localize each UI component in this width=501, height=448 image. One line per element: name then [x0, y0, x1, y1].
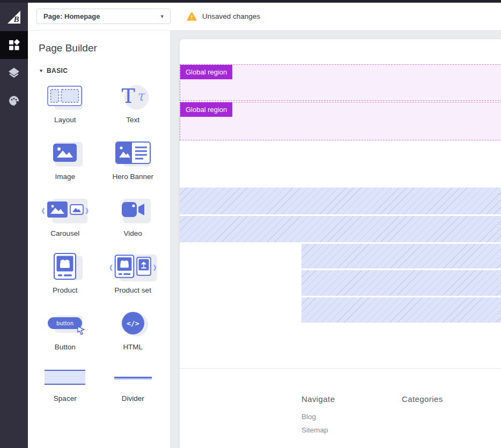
widget-tiles-grid: Layout Tτ Text Image [28, 81, 170, 402]
button-icon: button [48, 317, 82, 329]
footer-column-navigate: Navigate Blog Sitemap [301, 394, 402, 434]
widget-tile-text[interactable]: Tτ Text [99, 81, 167, 124]
page-select-dropdown[interactable]: Page: Homepage ▾ [36, 9, 171, 24]
chevron-left-icon: ‹ [41, 202, 45, 217]
widget-tile-video[interactable]: Video [99, 195, 167, 237]
footer-heading: Categories [402, 394, 443, 404]
widget-tile-product-set[interactable]: ‹ › [99, 251, 167, 294]
widget-tile-button[interactable]: button Button [31, 308, 99, 351]
section-basic-toggle[interactable]: ▾ BASIC [40, 67, 170, 74]
html-icon: </> [122, 312, 144, 334]
widget-tile-image[interactable]: Image [31, 138, 99, 181]
global-region-badge: Global region [180, 65, 232, 79]
section-basic-label: BASIC [47, 67, 68, 74]
tile-label: Video [124, 229, 142, 237]
spacer-icon [45, 370, 85, 385]
footer-divider [180, 368, 501, 369]
svg-text:B: B [13, 15, 19, 24]
placeholder-band-right-2[interactable] [301, 270, 501, 296]
bigcommerce-logo-icon: B [6, 9, 22, 25]
tile-label: Text [126, 116, 139, 124]
layout-icon [47, 85, 83, 107]
product-set-icon: ‹ › [109, 253, 157, 279]
footer-column-categories: Categories [402, 394, 443, 434]
widget-tile-product[interactable]: Product [31, 251, 99, 294]
page-select-value: Page: Homepage [43, 12, 100, 20]
footer-link-sitemap[interactable]: Sitemap [301, 426, 402, 434]
tile-label: Carousel [50, 229, 79, 237]
placeholder-band-full-1[interactable] [180, 188, 501, 214]
canvas-background: Global region Global region Navigate Blo… [171, 31, 501, 448]
chevron-right-icon: › [85, 202, 89, 217]
widget-tile-carousel[interactable]: ‹ › Carousel [31, 195, 99, 237]
sidebar-item-theme-styles[interactable] [0, 87, 28, 115]
tile-label: Product set [115, 286, 151, 294]
page-builder-panel: Page Builder ▾ BASIC Layout T [28, 31, 171, 448]
widgets-icon [8, 39, 20, 51]
top-toolbar: Page: Homepage ▾ Unsaved changes [28, 3, 501, 31]
global-region-1[interactable]: Global region [180, 64, 501, 101]
widget-tile-spacer[interactable]: Spacer [31, 365, 99, 402]
window-top-strip [0, 0, 501, 3]
warning-icon [187, 12, 197, 21]
unsaved-changes-label: Unsaved changes [202, 12, 260, 20]
global-region-badge: Global region [180, 102, 232, 117]
app-sidebar: B [0, 0, 28, 448]
tile-label: Layout [54, 116, 76, 124]
footer-heading: Navigate [301, 394, 402, 404]
unsaved-changes-status: Unsaved changes [187, 12, 260, 21]
palette-icon [8, 94, 20, 107]
page-footer: Navigate Blog Sitemap Categories [301, 394, 501, 434]
tile-label: HTML [123, 343, 143, 351]
page-preview[interactable]: Global region Global region Navigate Blo… [180, 39, 501, 448]
tile-label: Divider [122, 394, 144, 402]
widget-tile-layout[interactable]: Layout [31, 81, 99, 124]
sidebar-item-layers[interactable] [0, 59, 28, 87]
chevron-left-icon: ‹ [109, 259, 113, 274]
cursor-icon [77, 326, 86, 335]
sidebar-item-page-builder[interactable] [0, 31, 28, 59]
divider-icon [114, 377, 152, 378]
bigcommerce-logo[interactable]: B [0, 0, 28, 31]
placeholder-band-right-3[interactable] [301, 297, 501, 323]
placeholder-right-column [301, 244, 501, 323]
tile-label: Hero Banner [112, 173, 153, 181]
footer-link-blog[interactable]: Blog [301, 413, 402, 421]
image-icon [53, 143, 77, 162]
product-icon [53, 252, 77, 280]
text-icon: Tτ [121, 86, 144, 106]
hero-banner-icon [115, 141, 151, 164]
panel-title: Page Builder [39, 42, 170, 54]
tile-label: Product [53, 286, 78, 294]
carousel-icon: ‹ › [41, 201, 89, 218]
tile-label: Image [55, 173, 75, 181]
video-icon [120, 200, 146, 219]
placeholder-band-full-2[interactable] [180, 216, 501, 242]
layers-icon [8, 66, 20, 79]
chevron-down-icon: ▾ [160, 13, 164, 19]
widget-tile-divider[interactable]: Divider [99, 365, 167, 402]
chevron-down-icon: ▾ [40, 68, 42, 73]
widget-tile-html[interactable]: </> HTML [99, 308, 167, 351]
tile-label: Spacer [54, 394, 77, 402]
placeholder-band-right-1[interactable] [301, 244, 501, 268]
chevron-right-icon: › [153, 259, 157, 274]
global-region-2[interactable]: Global region [180, 102, 501, 140]
widget-tile-hero-banner[interactable]: Hero Banner [99, 138, 167, 181]
tile-label: Button [55, 343, 76, 351]
